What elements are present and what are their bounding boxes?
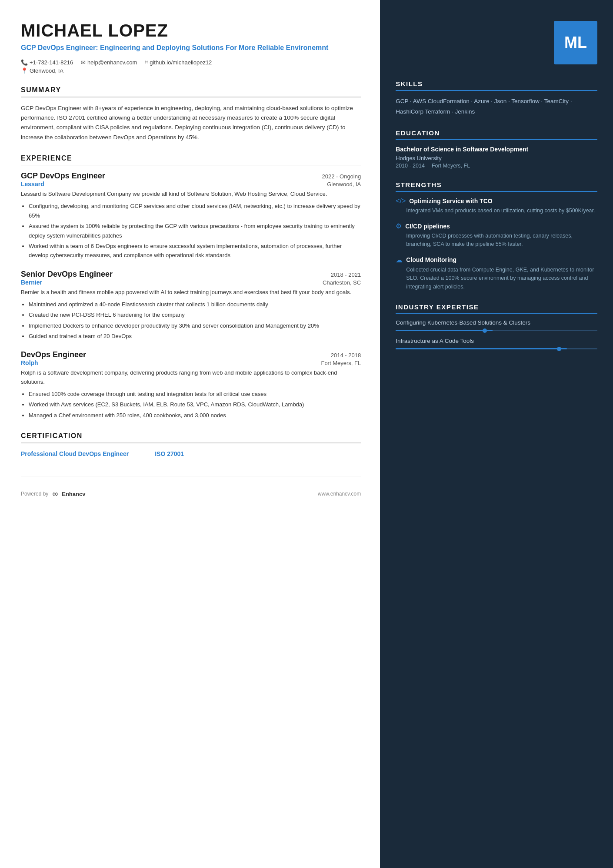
- exp-header-1: GCP DevOps Engineer 2022 - Ongoing: [21, 171, 361, 181]
- exp-company-2: Bernier: [21, 279, 42, 286]
- exp-dates-2: 2018 - 2021: [331, 271, 361, 278]
- expertise-bar-fill-1: [396, 330, 493, 331]
- education-divider: [396, 139, 597, 140]
- powered-by-label: Powered by: [21, 491, 48, 497]
- bullet-3-2: Worked with Aws services (EC2, S3 Bucket…: [29, 400, 361, 409]
- strengths-title: STRENGTHS: [396, 181, 597, 188]
- exp-bullets-3: Ensured 100% code coverage through unit …: [21, 389, 361, 420]
- strengths-section: STRENGTHS </> Optimizing Service with TC…: [396, 181, 597, 291]
- bullet-1-1: Configuring, developing, and monitoring …: [29, 201, 361, 220]
- code-icon: </>: [396, 197, 406, 205]
- edu-years: 2010 - 2014: [396, 163, 425, 169]
- expertise-item-1: Configuring Kubernetes-Based Solutions &…: [396, 319, 597, 331]
- exp-bullets-1: Configuring, developing, and monitoring …: [21, 201, 361, 260]
- right-column: ML SKILLS GCP · AWS CloudFormation · Azu…: [380, 0, 613, 868]
- experience-divider: [21, 165, 361, 166]
- exp-title-2: Senior DevOps Engineer: [21, 270, 113, 279]
- expertise-section: INDUSTRY EXPERTISE Configuring Kubernete…: [396, 303, 597, 349]
- exp-desc-1: Lessard is Software Development Company …: [21, 190, 361, 199]
- candidate-title: GCP DevOps Engineer: Engineering and Dep…: [21, 43, 361, 53]
- left-column: MICHAEL LOPEZ GCP DevOps Engineer: Engin…: [0, 0, 380, 868]
- skills-section: SKILLS GCP · AWS CloudFormation · Azure …: [396, 80, 597, 117]
- edu-school: Hodges University: [396, 155, 597, 161]
- phone-value: +1-732-141-8216: [30, 59, 73, 66]
- expertise-bar-bg-1: [396, 330, 597, 331]
- strength-item-1: </> Optimizing Service with TCO Integrat…: [396, 197, 597, 215]
- skills-text: GCP · AWS CloudFormation · Azure · Json …: [396, 96, 597, 117]
- expertise-item-2: Infrastructure as A Code Tools: [396, 337, 597, 349]
- strength-header-3: ☁ Cloud Monitoring: [396, 256, 597, 264]
- strength-desc-3: Collected crucial data from Compute Engi…: [396, 266, 597, 291]
- exp-location-3: Fort Meyers, FL: [321, 360, 361, 366]
- strength-item-2: ⚙ CI/CD pipelines Improving CI/CD proces…: [396, 222, 597, 249]
- strength-header-1: </> Optimizing Service with TCO: [396, 197, 597, 205]
- bullet-2-2: Created the new PCI-DSS RHEL 6 hardening…: [29, 310, 361, 319]
- expertise-bar-bg-2: [396, 348, 597, 349]
- expertise-divider: [396, 313, 597, 314]
- summary-text: GCP DevOps Engineer with 8+years of expe…: [21, 104, 361, 142]
- bullet-1-3: Worked within a team of 6 DevOps enginee…: [29, 241, 361, 260]
- resume-main: MICHAEL LOPEZ GCP DevOps Engineer: Engin…: [0, 0, 613, 868]
- exp-location-1: Glenwood, IA: [327, 181, 361, 188]
- strength-header-2: ⚙ CI/CD pipelines: [396, 222, 597, 230]
- edu-degree: Bachelor of Science in Software Developm…: [396, 145, 597, 154]
- education-section: EDUCATION Bachelor of Science in Softwar…: [396, 129, 597, 169]
- brand-name: Enhancv: [62, 491, 85, 497]
- strength-name-2: CI/CD pipelines: [405, 223, 450, 230]
- expertise-title: INDUSTRY EXPERTISE: [396, 303, 597, 311]
- email-value: help@enhancv.com: [87, 59, 137, 66]
- exp-location-2: Charleston, SC: [323, 279, 361, 286]
- bullet-3-1: Ensured 100% code coverage through unit …: [29, 389, 361, 399]
- skills-divider: [396, 90, 597, 91]
- exp-dates-3: 2014 - 2018: [331, 352, 361, 359]
- exp-desc-2: Bernier is a health and fitness mobile a…: [21, 288, 361, 297]
- cert-item-2: ISO 27001: [155, 449, 184, 459]
- certification-section: CERTIFICATION Professional Cloud DevOps …: [21, 432, 361, 459]
- footer: Powered by ∞ Enhancv www.enhancv.com: [21, 476, 361, 499]
- edu-location: Fort Meyers, FL: [432, 163, 470, 169]
- location-value: Glenwood, IA: [30, 67, 63, 74]
- expertise-name-1: Configuring Kubernetes-Based Solutions &…: [396, 319, 597, 327]
- exp-bullets-2: Maintained and optimized a 40-node Elast…: [21, 300, 361, 341]
- summary-section: SUMMARY GCP DevOps Engineer with 8+years…: [21, 86, 361, 142]
- github-value: github.io/michaellopez12: [150, 59, 212, 66]
- candidate-name: MICHAEL LOPEZ: [21, 21, 361, 40]
- strength-name-1: Optimizing Service with TCO: [409, 198, 492, 204]
- expertise-dot-2: [557, 347, 561, 351]
- experience-section: EXPERIENCE GCP DevOps Engineer 2022 - On…: [21, 154, 361, 420]
- summary-title: SUMMARY: [21, 86, 361, 94]
- exp-company-1: Lessard: [21, 181, 44, 188]
- gear-icon: ⚙: [396, 222, 402, 230]
- bullet-2-1: Maintained and optimized a 40-node Elast…: [29, 300, 361, 309]
- location-icon: 📍: [21, 67, 28, 74]
- github-contact: ⌗ github.io/michaellopez12: [145, 59, 212, 66]
- exp-header-2: Senior DevOps Engineer 2018 - 2021: [21, 270, 361, 279]
- experience-title: EXPERIENCE: [21, 154, 361, 162]
- expertise-name-2: Infrastructure as A Code Tools: [396, 337, 597, 345]
- footer-website: www.enhancv.com: [318, 491, 361, 497]
- exp-sub-1: Lessard Glenwood, IA: [21, 181, 361, 188]
- avatar: ML: [554, 21, 597, 64]
- strength-item-3: ☁ Cloud Monitoring Collected crucial dat…: [396, 256, 597, 291]
- strength-desc-1: Integrated VMs and products based on uti…: [396, 207, 597, 215]
- strengths-divider: [396, 191, 597, 192]
- certification-divider: [21, 442, 361, 443]
- expertise-dot-1: [483, 328, 487, 333]
- bullet-1-2: Assured the system is 100% reliable by p…: [29, 221, 361, 240]
- education-title: EDUCATION: [396, 129, 597, 137]
- exp-block-2: Senior DevOps Engineer 2018 - 2021 Berni…: [21, 270, 361, 341]
- exp-company-3: Rolph: [21, 359, 38, 366]
- avatar-initials: ML: [564, 34, 587, 52]
- footer-left: Powered by ∞ Enhancv: [21, 489, 85, 499]
- bullet-3-3: Managed a Chef environment with 250 role…: [29, 411, 361, 420]
- contact-row: 📞 +1-732-141-8216 ✉ help@enhancv.com ⌗ g…: [21, 59, 361, 66]
- edu-meta: 2010 - 2014 Fort Meyers, FL: [396, 163, 597, 169]
- exp-block-1: GCP DevOps Engineer 2022 - Ongoing Lessa…: [21, 171, 361, 260]
- exp-header-3: DevOps Engineer 2014 - 2018: [21, 350, 361, 359]
- bullet-2-3: Implemented Dockers to enhance developer…: [29, 321, 361, 330]
- email-contact: ✉ help@enhancv.com: [81, 59, 137, 66]
- exp-title-1: GCP DevOps Engineer: [21, 171, 105, 181]
- summary-divider: [21, 97, 361, 97]
- location-row: 📍 Glenwood, IA: [21, 67, 361, 74]
- skills-title: SKILLS: [396, 80, 597, 87]
